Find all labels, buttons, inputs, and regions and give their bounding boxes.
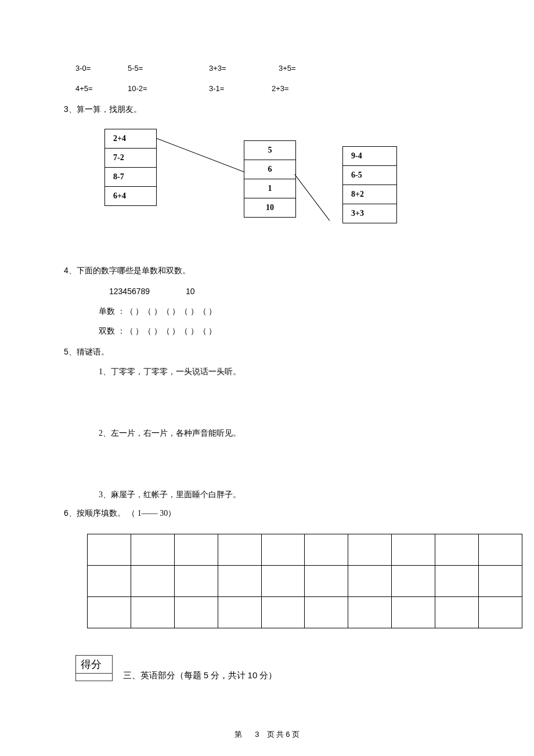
right-cell: 8+2 [343,185,396,204]
arith-cell: 2+3= [272,84,289,93]
arith-cell: 5-5= [128,64,209,73]
footer-page: 3 [255,730,259,739]
q5-text: 猜谜语。 [77,348,109,356]
q4-digits: 123456789 [109,287,150,296]
footer-prefix: 第 [234,730,242,739]
right-stack: 9-4 6-5 8+2 3+3 [342,146,397,223]
section3-five: 5 [204,670,208,680]
footer-suffix-b: 页 [290,730,299,739]
arithmetic-row-1: 3-0= 5-5= 3+3= 3+5= [75,64,459,73]
q4-number: 4、 [64,266,77,275]
q4-digits-row: 12345678910 [99,287,459,296]
mid-cell: 1 [244,179,295,198]
arith-cell: 4+5= [75,84,128,93]
middle-stack: 5 6 1 10 [244,140,296,218]
arith-cell: 3+3= [209,64,279,73]
q4-text: 下面的数字哪些是单数和双数。 [77,266,190,275]
riddle-1: 1、丁零零，丁零零，一头说话一头听。 [99,367,459,377]
riddle-3: 3、麻屋子，红帐子，里面睡个白胖子。 [99,490,459,500]
question-3: 3、算一算，找朋友。 [64,104,459,115]
page-footer: 第3 页 共 6 页 [0,729,534,740]
question-4: 4、下面的数字哪些是单数和双数。 [64,266,459,276]
mid-cell: 10 [244,198,295,217]
arith-cell: 3+5= [279,64,296,73]
right-cell: 9-4 [343,147,396,166]
score-label: 得分 [76,656,112,674]
q6-number: 6、 [64,508,77,518]
section3-text-b: 分，共计 [208,671,248,680]
left-cell: 7-2 [105,149,156,168]
arithmetic-row-2: 4+5= 10-2= 3-1= 2+3= [75,84,459,93]
footer-suffix-a: 页 共 [265,730,286,739]
question-6: 6、按顺序填数。 （ 1—— 30） [64,508,459,519]
left-cell: 8-7 [105,168,156,187]
q6-text: 按顺序填数。 （ 1—— 30） [77,509,176,518]
right-cell: 6-5 [343,166,396,185]
right-cell: 3+3 [343,204,396,223]
q5-number: 5、 [64,347,77,356]
section-3-title: 三、英语部分（每题 5 分，共计 10 分） [123,670,277,681]
left-cell: 6+4 [105,187,156,205]
left-stack: 2+4 7-2 8-7 6+4 [104,129,157,206]
sequence-table [87,534,522,628]
section3-ten: 10 [248,670,258,680]
match-diagram: 2+4 7-2 8-7 6+4 5 6 1 10 9-4 6-5 8+2 3+3 [99,129,482,245]
section3-text-a: 三、英语部分（每题 [123,671,204,680]
mid-cell: 6 [244,160,295,179]
riddle-2: 2、左一片，右一片，各种声音能听见。 [99,428,459,439]
arith-cell: 10-2= [128,84,209,93]
q3-number: 3、 [64,104,77,114]
match-line [294,174,330,220]
mid-cell: 5 [244,141,295,160]
question-5: 5、猜谜语。 [64,347,459,357]
match-line [157,138,245,172]
q3-text: 算一算，找朋友。 [77,105,142,114]
q4-odd-line: 单数 ：（ ）（ ）（ ）（ ）（ ） [99,306,459,317]
arith-cell: 3-0= [75,64,128,73]
score-section-wrapper: 得分 三、英语部分（每题 5 分，共计 10 分） [75,655,459,681]
q4-ten: 10 [186,287,195,296]
left-cell: 2+4 [105,129,156,149]
section3-text-c: 分） [257,671,277,680]
score-box: 得分 [75,655,113,681]
q4-even-line: 双数 ：（ ）（ ）（ ）（ ）（ ） [99,326,459,337]
arith-cell: 3-1= [209,84,272,93]
